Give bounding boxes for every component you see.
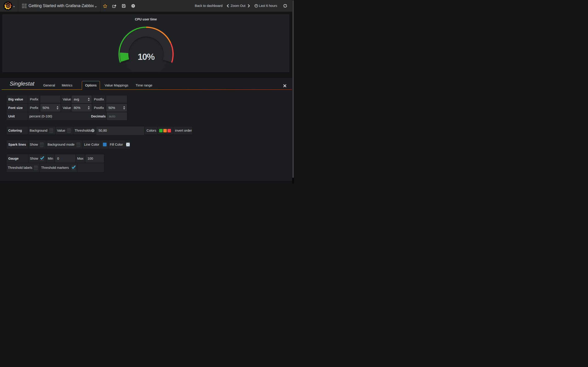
svg-text:10%: 10% xyxy=(138,52,155,62)
svg-text:?: ? xyxy=(92,129,94,132)
